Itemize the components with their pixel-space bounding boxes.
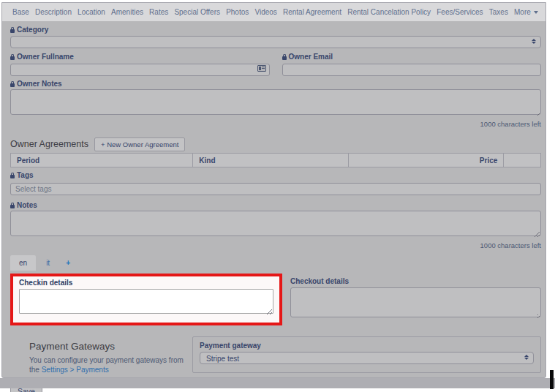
notes-textarea[interactable] [10,211,541,236]
payment-gateway-select-value: Stripe test [206,355,239,363]
tab-rental-agreement[interactable]: Rental Agreement [283,8,341,16]
owner-fullname-input[interactable] [10,64,270,76]
category-select[interactable] [10,36,541,48]
tags-label-text: Tags [17,172,34,179]
text-cursor-artifact [550,370,554,389]
tab-taxes[interactable]: Taxes [489,8,508,16]
column-actions [503,154,540,167]
tab-videos[interactable]: Videos [254,8,276,16]
new-owner-agreement-button[interactable]: + New Owner Agreement [94,137,185,151]
tab-special-offers[interactable]: Special Offers [174,8,220,16]
tab-description[interactable]: Description [35,8,72,16]
tags-input[interactable] [10,183,541,195]
footer-strip [0,378,555,388]
lock-icon [10,83,15,87]
lock-icon [10,56,15,60]
checkout-group: Checkout details [290,274,541,320]
tab-fees-services[interactable]: Fees/Services [437,8,483,16]
owner-notes-label-text: Owner Notes [17,80,62,88]
payment-gateway-label-text: Payment gateway [200,342,261,350]
owner-notes-counter: 1000 characters left [10,120,541,127]
more-dropdown[interactable]: More [514,8,538,16]
payment-gateways-description: You can configure your payment gateways … [29,355,184,374]
lock-icon [10,205,15,208]
checkin-details-label: Checkin details [19,279,273,287]
owner-row: Owner Fullname Owner Email [10,53,541,76]
category-label-text: Category [17,26,48,34]
notes-label-text: Notes [17,202,37,209]
owner-email-group: Owner Email [282,53,542,76]
contact-card-icon[interactable] [257,65,266,72]
tab-base[interactable]: Base [12,8,29,16]
column-price: Price [348,154,503,167]
owner-notes-textarea[interactable] [10,89,541,115]
checkout-details-textarea[interactable] [290,287,541,317]
owner-agreements-title: Owner Agreements [10,139,88,149]
page: Base Description Location Amenities Rate… [0,0,555,392]
property-edit-window: Base Description Location Amenities Rate… [1,2,546,378]
owner-agreements-table-header: Period Kind Price [10,153,541,167]
tab-rental-cancelation-policy[interactable]: Rental Cancelation Policy [347,8,431,16]
checkin-highlight-box: Checkin details [10,274,282,325]
tags-label: Tags [10,172,541,179]
language-tab-en[interactable]: en [10,255,36,271]
owner-notes-label: Owner Notes [10,80,541,88]
column-kind: Kind [192,154,348,167]
owner-fullname-label-text: Owner Fullname [17,53,74,61]
notes-counter: 1000 characters left [10,241,541,249]
owner-email-label: Owner Email [282,53,542,61]
language-tab-it[interactable]: it [37,255,58,271]
chevron-down-icon [534,11,538,14]
lock-icon [282,56,287,60]
payments-link[interactable]: Payments [76,366,108,374]
payment-gateway-panel: Payment gateway Stripe test [192,336,541,373]
add-language-button[interactable]: + [60,255,76,271]
owner-fullname-label: Owner Fullname [10,53,270,61]
checkout-details-label-text: Checkout details [290,278,349,285]
owner-email-label-text: Owner Email [289,53,333,61]
column-period: Period [11,154,192,167]
owner-fullname-group: Owner Fullname [10,53,270,76]
lock-icon [10,29,15,33]
language-tabs: en it + [10,256,541,271]
lock-icon [10,175,15,178]
tab-photos[interactable]: Photos [226,8,249,16]
payment-gateway-select[interactable]: Stripe test [200,352,534,364]
notes-label: Notes [10,202,541,209]
form-content: Category Owner Fullname [2,21,545,392]
settings-link[interactable]: Settings > [42,366,75,374]
payment-gateway-label: Payment gateway [200,342,534,350]
checkout-details-label: Checkout details [290,278,541,285]
payment-gateways-title: Payment Gateways [29,341,192,352]
checkin-details-label-text: Checkin details [19,279,72,287]
owner-agreements-header: Owner Agreements + New Owner Agreement [10,137,541,151]
checkin-details-textarea[interactable] [19,289,273,314]
more-label: More [514,8,531,16]
chevron-up-down-icon [524,355,529,360]
payment-gateways-info: Payment Gateways You can configure your … [10,336,192,374]
chevron-up-down-icon [532,39,536,44]
tab-location[interactable]: Location [78,8,105,16]
category-label: Category [10,26,541,34]
checkin-checkout-row: Checkin details Checkout details [10,274,541,325]
tab-rates[interactable]: Rates [149,8,168,16]
tab-bar: Base Description Location Amenities Rate… [2,3,545,21]
owner-email-input[interactable] [282,64,542,76]
payment-gateways-section: Payment Gateways You can configure your … [10,336,541,374]
tab-amenities[interactable]: Amenities [111,8,143,16]
